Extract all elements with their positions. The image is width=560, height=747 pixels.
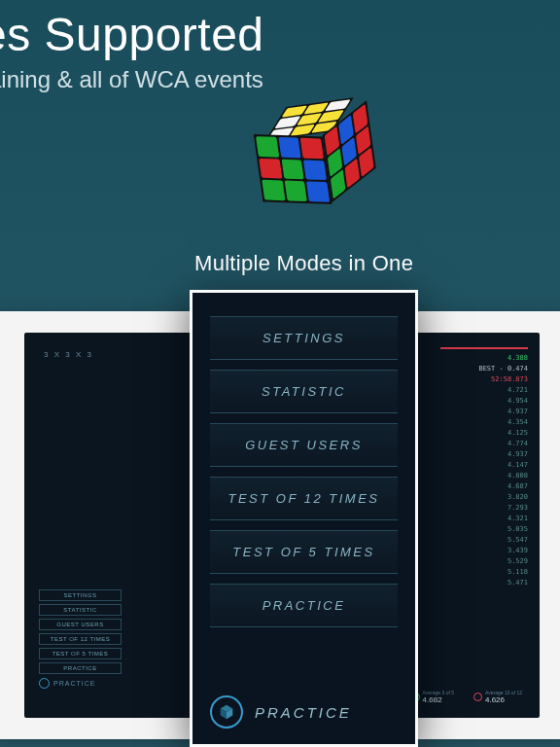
time-value: 4.954 <box>440 396 528 407</box>
circle-icon <box>473 693 482 701</box>
footer-label: PRACTICE <box>255 704 352 721</box>
best-label: BEST - 0.474 <box>440 364 528 374</box>
avg5-value: 4.682 <box>423 695 454 704</box>
menu-item-statistic[interactable]: STATISTIC <box>210 370 398 413</box>
time-value: 4.937 <box>440 449 528 460</box>
menu-item-settings[interactable]: SETTINGS <box>210 316 398 360</box>
menu-item-practice[interactable]: PRACTICE <box>210 584 398 627</box>
time-value: 4.125 <box>440 428 528 439</box>
time-value: 4.147 <box>440 460 528 471</box>
cube-icon <box>39 678 50 689</box>
time-value: 4.774 <box>440 439 528 449</box>
mini-menu-item[interactable]: GUEST USERS <box>39 619 122 630</box>
time-value: 4.354 <box>440 417 528 428</box>
mini-menu-item[interactable]: PRACTICE <box>39 662 122 674</box>
time-value: 4.937 <box>440 407 528 417</box>
bottom-stats: Average 3 of 5 4.682 Average 10 of 12 4.… <box>411 691 522 705</box>
mini-menu-item[interactable]: TEST OF 12 TIMES <box>39 633 122 645</box>
tagline: Multiple Modes in One <box>194 251 413 276</box>
menu-item-guest-users[interactable]: GUEST USERS <box>210 423 398 467</box>
stat-value: 52:58.873 <box>440 374 528 385</box>
mini-menu-item[interactable]: SETTINGS <box>39 589 122 601</box>
hero-subtitle: raining & all of WCA events <box>0 66 263 93</box>
time-value: 4.808 <box>440 471 528 481</box>
mini-menu-item[interactable]: STATISTIC <box>39 604 122 616</box>
stat-value: 4.388 <box>440 353 528 364</box>
ipad-mini-menu: SETTINGS STATISTIC GUEST USERS TEST OF 1… <box>39 589 122 689</box>
cube-icon <box>210 695 243 729</box>
time-value: 5.118 <box>440 567 528 578</box>
center-menu-panel: SETTINGS STATISTIC GUEST USERS TEST OF 1… <box>190 290 418 747</box>
avg12-value: 4.626 <box>485 695 522 704</box>
mini-practice-label: PRACTICE <box>53 680 95 687</box>
menu-list: SETTINGS STATISTIC GUEST USERS TEST OF 1… <box>210 316 398 682</box>
time-value: 5.471 <box>440 578 528 588</box>
time-value: 7.293 <box>440 503 528 514</box>
time-value: 5.035 <box>440 524 528 535</box>
menu-item-test-12[interactable]: TEST OF 12 TIMES <box>210 477 398 520</box>
time-value: 4.687 <box>440 481 528 492</box>
practice-footer: PRACTICE <box>210 682 398 729</box>
time-value: 5.529 <box>440 556 528 567</box>
time-value: 3.820 <box>440 492 528 503</box>
time-value: 5.547 <box>440 535 528 546</box>
mini-menu-item[interactable]: TEST OF 5 TIMES <box>39 648 122 659</box>
menu-item-test-5[interactable]: TEST OF 5 TIMES <box>210 530 398 574</box>
stats-panel: 4.388 BEST - 0.474 52:58.873 4.7214.9544… <box>440 347 528 588</box>
time-value: 4.321 <box>440 514 528 524</box>
time-value: 4.721 <box>440 385 528 396</box>
hero-title: es Supported <box>0 8 264 61</box>
cube-illustration <box>240 94 372 227</box>
time-value: 3.439 <box>440 546 528 556</box>
cube-type-label: 3 X 3 X 3 <box>44 350 93 359</box>
